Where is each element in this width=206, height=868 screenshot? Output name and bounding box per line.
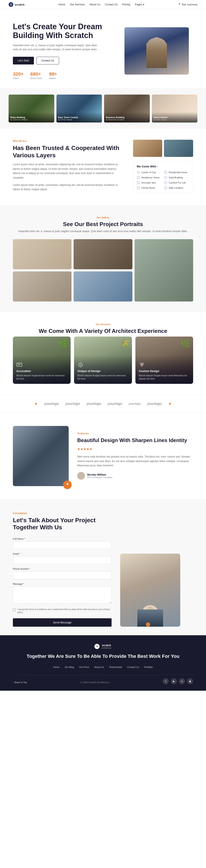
nav-about[interactable]: About Us (90, 3, 100, 6)
portfolio-card-1[interactable]: Relax Building by Cameron William (9, 95, 54, 123)
back-to-top-link[interactable]: ↑ Back to Top (13, 681, 27, 684)
portfolio-author-4: by Karis Listya (153, 119, 196, 121)
testimonial-title: Beautiful Design With Sharpen Lines Iden… (77, 437, 193, 443)
nav-pages[interactable]: Pages ▾ (135, 3, 144, 6)
send-message-button[interactable]: Send Message (13, 618, 112, 627)
hero-section: Let's Create Your Dream Building With Sc… (0, 9, 206, 88)
email-input[interactable] (13, 556, 112, 564)
footer-bottom: ↑ Back to Top © 2024 Scratch Architectur… (13, 675, 193, 686)
feature-5-icon (137, 181, 140, 184)
footer-nav-portfolio[interactable]: Portfolio (144, 666, 153, 669)
contact-us-button[interactable]: Contact Us (36, 57, 59, 64)
custom-icon (139, 362, 145, 368)
logo[interactable]: S scratch (9, 2, 25, 7)
message-input[interactable] (13, 587, 112, 604)
svg-rect-0 (17, 363, 22, 366)
terms-text: I accept the terms & conditions and I un… (18, 608, 112, 614)
lets-start-button[interactable]: Let's Start (13, 57, 34, 64)
footer-nav-home[interactable]: Home (53, 666, 60, 669)
who-image-2 (164, 140, 193, 157)
gallery-item-5[interactable] (74, 272, 132, 302)
come-with-title: We Come With : (137, 165, 190, 168)
partner-logo-6: yourlogo (147, 402, 162, 406)
portfolio-title-1: Relax Building (10, 116, 53, 119)
twitter-icon[interactable]: 𝕏 (163, 678, 169, 684)
portfolio-overlay-1: Relax Building by Cameron William (9, 112, 54, 123)
gallery-item-2[interactable] (74, 239, 132, 269)
star-rating: ★★★★★ (77, 447, 193, 451)
email-group: Email * (13, 553, 112, 564)
who-section: Who We Are Has Been Trusted & Cooperated… (0, 129, 206, 206)
footer-nav-blog[interactable]: Our Blog (65, 666, 74, 669)
phone-label: Phone Number * (13, 567, 112, 570)
linkedin-icon[interactable]: in (179, 678, 185, 684)
nav-pricing[interactable]: Pricing (122, 3, 130, 6)
portfolio-card-3[interactable]: Business Building by Bramanta Hustem (104, 95, 150, 123)
phone-input[interactable] (13, 571, 112, 579)
instagram-icon[interactable]: ◉ (187, 678, 193, 684)
terms-checkbox[interactable] (13, 609, 16, 611)
gallery-item-1[interactable] (13, 239, 71, 269)
worker-image (120, 554, 180, 627)
reviewer: Nicolan William CEO of Edutech Company (77, 472, 193, 480)
who-desc-1: Lorem ipsum dolor sit amet, consectetur … (13, 162, 125, 180)
portfolio-grid: Relax Building by Cameron William Easy T… (9, 95, 197, 123)
feature-3-icon (137, 176, 140, 179)
feature-8: Safe Location (164, 186, 190, 190)
footer-nav-testimonials[interactable]: Testimonials (109, 666, 122, 669)
nav-contact[interactable]: Contact Us (105, 3, 117, 6)
service-card-2[interactable]: 🌾 Unique of Design Blandit aliquam feugi… (74, 337, 132, 384)
testimonial-section: ❝ Testimony Beautiful Design With Sharpe… (0, 413, 206, 499)
feature-2-icon (164, 170, 167, 174)
who-tag: Who We Are (13, 140, 125, 142)
who-image-1 (133, 140, 162, 157)
who-desc-2: Lorem ipsum dolor sit amet, consectetur … (13, 183, 125, 192)
partner-logo-5: yourlogo (129, 402, 141, 405)
service-plant-icon-2: 🌾 (119, 339, 130, 349)
footer: S scratch architecture Together We Are S… (0, 635, 206, 691)
nav-services[interactable]: Our Services (70, 3, 85, 6)
footer-nav-contact[interactable]: Contact Us (127, 666, 139, 669)
stat-work: 680+ Work Done (31, 71, 42, 80)
service-name-2: Unique of Design (77, 369, 128, 373)
consultation-form-area: Consultation Let's Talk About Your Proje… (13, 512, 112, 627)
full-name-input[interactable] (13, 541, 112, 549)
logo-dot-left: ✦ (34, 401, 38, 406)
come-with-panel: We Come With : Center of City Residentia… (133, 161, 193, 193)
logos-section: ✦ yourlogo yourlogo yourlogo yourlogo yo… (0, 395, 206, 413)
hero-content: Let's Create Your Dream Building With Sc… (13, 22, 103, 80)
nav-home[interactable]: Home (58, 3, 65, 6)
service-overlay-1: Accuration Blandit aliquam feugiat tempo… (13, 355, 71, 384)
portfolio-author-3: by Bramanta Hustem (106, 119, 148, 121)
building-shape (144, 34, 170, 68)
feature-6-icon (164, 181, 167, 184)
stat-award: 98+ Award (49, 71, 57, 80)
gallery-description: Imperdiet enim vel, a, massa ut justo sa… (13, 230, 193, 233)
portfolio-card-4[interactable]: Sweet Interior by Karis Listya (152, 95, 198, 123)
footer-brand-name: scratch (101, 644, 111, 647)
brand-name: scratch (14, 3, 25, 6)
portfolio-author-1: by Cameron William (10, 119, 53, 121)
gallery-item-3[interactable] (135, 239, 193, 302)
service-desc-2: Blandit aliquam feugiat tempor amet dui … (77, 374, 128, 380)
portfolio-author-2: by Cindy Natalia (58, 119, 100, 121)
facebook-icon[interactable]: ▶ (171, 678, 177, 684)
portfolio-overlay-2: Easy Tower Central by Cindy Natalia (57, 112, 102, 123)
email-label: Email * (13, 553, 112, 555)
service-card-3[interactable]: 🌿 Custom Design Blandit aliquam feugiat … (135, 337, 193, 384)
portfolio-overlay-4: Sweet Interior by Karis Listya (152, 112, 198, 123)
gallery-item-4[interactable] (13, 272, 71, 302)
logo-icon: S (9, 2, 13, 7)
service-desc-1: Blandit aliquam feugiat tempor amet dui … (16, 374, 67, 380)
stat-client: 320+ Client (13, 71, 24, 80)
footer-nav-price[interactable]: Our Price (79, 666, 89, 669)
service-plant-icon-1: 🌿 (58, 339, 68, 349)
portfolio-card-2[interactable]: Easy Tower Central by Cindy Natalia (57, 95, 102, 123)
feature-7-icon (137, 186, 140, 190)
pages-arrow-icon: ▾ (143, 3, 144, 6)
service-card-1[interactable]: 🌿 Accuration Blandit aliquam feugiat tem… (13, 337, 71, 384)
svg-point-5 (142, 363, 143, 365)
portfolio-section: Relax Building by Cameron William Easy T… (0, 88, 206, 129)
footer-nav: Home Our Blog Our Price About Us Testimo… (13, 666, 193, 669)
footer-nav-about[interactable]: About Us (94, 666, 104, 669)
